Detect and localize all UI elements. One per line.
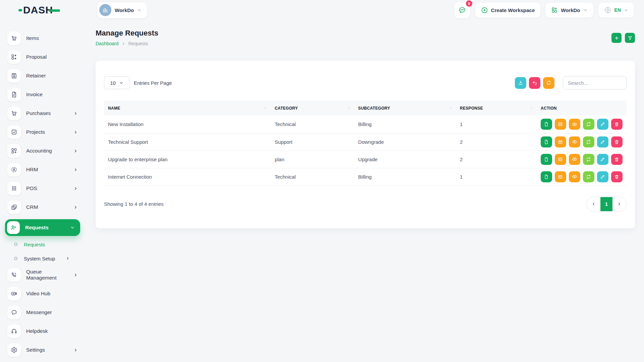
filter-button[interactable] — [625, 33, 635, 43]
pencil-icon — [600, 139, 605, 144]
workspace-selector[interactable]: WorkDo — [97, 2, 147, 18]
chevron-right-icon — [73, 130, 78, 134]
breadcrumb-dashboard-link[interactable]: Dashboard — [96, 41, 119, 46]
sidebar-subitem-system-setup[interactable]: System Setup — [14, 254, 73, 263]
sort-icon[interactable]: ↑↓ — [347, 106, 350, 110]
grid-view-button[interactable] — [555, 154, 566, 165]
cards-icon — [7, 200, 21, 214]
cell-response: 1 — [456, 116, 537, 133]
sidebar-item-video-hub[interactable]: Video Hub — [7, 287, 78, 300]
breadcrumb-current: Requests — [128, 41, 148, 46]
sidebar-item-settings[interactable]: Settings — [7, 343, 78, 357]
sort-icon[interactable]: ↑↓ — [530, 106, 533, 110]
document-button[interactable] — [541, 136, 552, 147]
cell-response: 2 — [456, 150, 537, 168]
table-row: Upgrade to enterprise plan plan Upgrade … — [104, 150, 627, 168]
cell-name: Internet Connection — [104, 168, 271, 185]
sidebar-item-invoice[interactable]: Invoice — [7, 88, 78, 101]
sidebar-item-accounting[interactable]: Accounting — [7, 144, 78, 158]
grid-view-button[interactable] — [555, 136, 566, 147]
delete-button[interactable] — [611, 154, 623, 165]
view-button[interactable] — [569, 136, 580, 147]
create-workspace-label: Create Workspace — [491, 7, 535, 13]
column-header-response[interactable]: RESPONSE↑↓ — [456, 101, 537, 116]
app-logo[interactable]: DASH — [18, 4, 97, 16]
document-button[interactable] — [541, 119, 552, 130]
add-request-button[interactable] — [611, 33, 622, 43]
check-square-icon — [7, 125, 21, 139]
convert-button[interactable] — [583, 171, 594, 182]
sidebar-item-items[interactable]: Items — [7, 32, 78, 45]
messages-button[interactable]: 0 — [454, 2, 470, 18]
document-button[interactable] — [541, 154, 552, 165]
sidebar-subitem-requests[interactable]: Requests — [14, 240, 73, 249]
column-header-subcategory[interactable]: SUBCATEGORY↑↓ — [354, 101, 456, 116]
sidebar-item-pos[interactable]: POS — [7, 182, 78, 195]
convert-button[interactable] — [583, 119, 594, 130]
table-row: Internet Connection Technical Billing 1 — [104, 168, 627, 185]
chevron-right-icon — [73, 205, 78, 209]
trash-icon — [614, 122, 619, 127]
workdo-menu-button[interactable]: WorkDo — [545, 3, 593, 17]
sidebar-item-retainer[interactable]: Retainer — [7, 69, 78, 82]
refresh-button[interactable] — [543, 77, 554, 89]
view-button[interactable] — [569, 154, 580, 165]
sidebar-item-queue-management[interactable]: Queue Management — [7, 268, 78, 282]
logo-accent-dot — [18, 9, 22, 11]
sort-icon[interactable]: ↑↓ — [449, 106, 452, 110]
delete-button[interactable] — [611, 119, 623, 130]
table-icon — [558, 139, 563, 144]
chevron-down-icon — [70, 225, 75, 230]
edit-button[interactable] — [597, 119, 608, 130]
grid-view-button[interactable] — [555, 171, 566, 182]
dots-grid-icon — [7, 182, 21, 195]
entries-per-page-select[interactable]: 10 — [104, 76, 129, 89]
column-header-category[interactable]: CATEGORY↑↓ — [271, 101, 354, 116]
chevron-right-icon — [66, 256, 70, 260]
sidebar-item-proposal[interactable]: Proposal — [7, 50, 78, 64]
proposal-icon — [7, 50, 21, 64]
view-button[interactable] — [569, 171, 580, 182]
page-header: Manage Requests Dashboard Requests — [80, 20, 644, 46]
edit-button[interactable] — [597, 171, 608, 182]
delete-button[interactable] — [611, 136, 623, 147]
convert-button[interactable] — [583, 154, 594, 165]
reset-button[interactable] — [529, 77, 540, 89]
sidebar-item-requests[interactable]: Requests — [5, 219, 80, 236]
edit-button[interactable] — [597, 154, 608, 165]
sidebar-item-messenger[interactable]: Messenger — [7, 306, 78, 319]
column-header-name[interactable]: NAME↑↓ — [104, 101, 271, 116]
sidebar-item-hrm[interactable]: HRM — [7, 163, 78, 176]
create-workspace-button[interactable]: Create Workspace — [475, 3, 541, 17]
document-button[interactable] — [541, 171, 552, 182]
pencil-icon — [600, 122, 605, 127]
row-actions — [541, 171, 623, 182]
grid-view-button[interactable] — [555, 119, 566, 130]
convert-button[interactable] — [583, 136, 594, 147]
sidebar-item-projects[interactable]: Projects — [7, 125, 78, 139]
showing-entries-text: Showing 1 to 4 of 4 entries — [104, 201, 164, 207]
building-icon — [102, 7, 108, 13]
chevron-right-icon — [73, 273, 78, 277]
sidebar-item-helpdesk[interactable]: Helpdesk — [7, 324, 78, 338]
sort-icon[interactable]: ↑↓ — [264, 106, 267, 110]
plus-circle-icon — [481, 7, 488, 14]
page-number-button[interactable]: 1 — [600, 197, 612, 211]
previous-page-button[interactable] — [587, 197, 600, 211]
view-button[interactable] — [569, 119, 580, 130]
trash-icon — [614, 157, 619, 162]
sidebar-item-crm[interactable]: CRM — [7, 200, 78, 214]
undo-icon — [532, 80, 537, 85]
delete-button[interactable] — [611, 171, 623, 182]
chat-icon — [458, 6, 466, 14]
sidebar-item-purchases[interactable]: Purchases — [7, 107, 78, 120]
chevron-right-icon — [122, 42, 125, 46]
edit-button[interactable] — [597, 136, 608, 147]
export-button[interactable] — [515, 77, 526, 89]
repeat-icon — [586, 122, 591, 127]
eye-icon — [572, 139, 577, 144]
search-input[interactable] — [563, 76, 627, 89]
next-page-button[interactable] — [612, 197, 626, 211]
language-selector[interactable]: EN — [598, 3, 634, 17]
file-icon — [544, 174, 549, 179]
